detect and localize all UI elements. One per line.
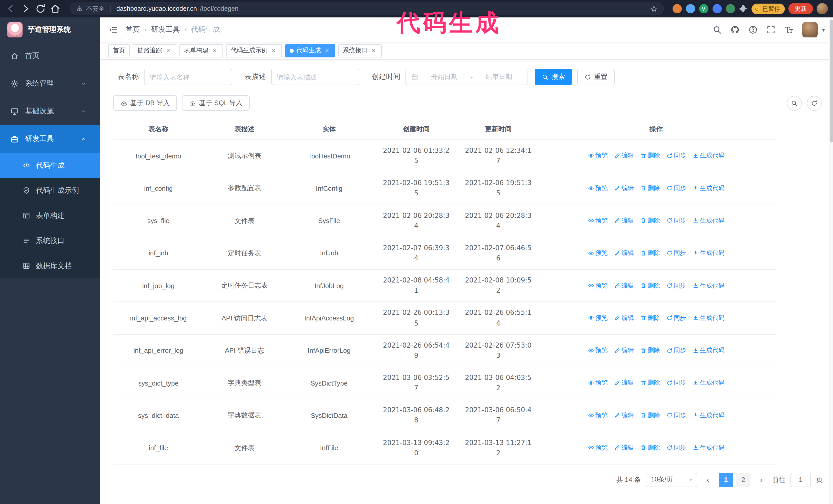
sync-link[interactable]: 同步 [666, 379, 686, 387]
delete-link[interactable]: 删除 [640, 281, 660, 290]
generate-code-link[interactable]: 生成代码 [692, 151, 724, 160]
sync-link[interactable]: 同步 [666, 314, 686, 322]
preview-link[interactable]: 预览 [588, 443, 608, 452]
paused-badge[interactable]: 已暂停 [751, 3, 785, 14]
edit-link[interactable]: 编辑 [614, 379, 634, 387]
avatar-caret-icon[interactable]: ▾ [822, 27, 825, 32]
delete-link[interactable]: 删除 [640, 151, 660, 160]
extension-icon[interactable] [686, 4, 695, 13]
import-sql-button[interactable]: 基于 SQL 导入 [182, 95, 250, 111]
page-number-2[interactable]: 2 [736, 473, 751, 487]
edit-link[interactable]: 编辑 [614, 411, 634, 419]
tab-1[interactable]: 链路追踪× [133, 44, 176, 57]
preview-link[interactable]: 预览 [588, 249, 608, 257]
sync-link[interactable]: 同步 [666, 151, 686, 160]
sync-link[interactable]: 同步 [666, 346, 686, 355]
delete-link[interactable]: 删除 [640, 411, 660, 419]
page-number-1[interactable]: 1 [719, 473, 733, 487]
extension-icon[interactable] [725, 4, 735, 13]
help-icon[interactable] [748, 25, 758, 34]
page-scrollbar[interactable] [829, 18, 833, 504]
preview-link[interactable]: 预览 [588, 346, 608, 355]
prev-page-button[interactable]: ‹ [702, 473, 714, 487]
edit-link[interactable]: 编辑 [614, 314, 634, 322]
update-button[interactable]: 更新 [788, 3, 813, 14]
goto-page-input[interactable] [790, 473, 811, 487]
delete-link[interactable]: 删除 [640, 314, 660, 322]
delete-link[interactable]: 删除 [640, 184, 660, 193]
sync-link[interactable]: 同步 [666, 249, 686, 257]
bookmark-star-icon[interactable] [650, 5, 658, 13]
page-size-select[interactable]: 10条/页 ▾ [646, 473, 697, 487]
browser-home-button[interactable] [50, 3, 61, 14]
tab-close-icon[interactable]: × [211, 47, 218, 54]
tab-4[interactable]: 代码生成× [285, 44, 335, 57]
tab-3[interactable]: 代码生成示例× [226, 44, 282, 57]
extension-icon[interactable] [672, 4, 682, 13]
generate-code-link[interactable]: 生成代码 [692, 379, 724, 387]
user-avatar[interactable] [802, 22, 818, 38]
date-range-picker[interactable]: 开始日期 - 结束日期 [405, 69, 527, 85]
tab-close-icon[interactable]: × [270, 47, 277, 54]
next-page-button[interactable]: › [756, 473, 767, 487]
table-name-input[interactable] [144, 69, 232, 85]
edit-link[interactable]: 编辑 [614, 216, 634, 225]
scrollbar-thumb[interactable] [830, 20, 833, 143]
generate-code-link[interactable]: 生成代码 [692, 346, 724, 355]
github-icon[interactable] [731, 25, 740, 34]
extensions-puzzle-icon[interactable] [738, 4, 748, 13]
search-icon[interactable] [713, 25, 722, 34]
tab-5[interactable]: 系统接口× [338, 44, 382, 57]
tab-close-icon[interactable]: × [165, 47, 172, 54]
sync-link[interactable]: 同步 [666, 411, 686, 419]
table-desc-input[interactable] [271, 69, 359, 85]
generate-code-link[interactable]: 生成代码 [692, 184, 724, 193]
preview-link[interactable]: 预览 [588, 184, 608, 193]
preview-link[interactable]: 预览 [588, 216, 608, 225]
tab-close-icon[interactable]: × [324, 47, 331, 54]
extension-icon[interactable]: V [699, 4, 708, 13]
edit-link[interactable]: 编辑 [614, 151, 634, 160]
delete-link[interactable]: 删除 [640, 379, 660, 387]
logo[interactable]: 芋道管理系统 [0, 18, 100, 42]
sidebar-fold-icon[interactable] [108, 25, 118, 35]
delete-link[interactable]: 删除 [640, 346, 660, 355]
sidebar-item-0[interactable]: 首页 [0, 42, 100, 70]
generate-code-link[interactable]: 生成代码 [692, 443, 724, 452]
breadcrumb-item[interactable]: 首页 [125, 25, 140, 34]
sidebar-subitem-1[interactable]: 代码生成示例 [0, 178, 100, 203]
sidebar-subitem-2[interactable]: 表单构建 [0, 203, 100, 228]
sidebar-subitem-3[interactable]: 系统接口 [0, 228, 100, 253]
fullscreen-icon[interactable] [766, 25, 776, 34]
generate-code-link[interactable]: 生成代码 [692, 249, 724, 257]
preview-link[interactable]: 预览 [588, 411, 608, 419]
delete-link[interactable]: 删除 [640, 249, 660, 257]
edit-link[interactable]: 编辑 [614, 249, 634, 257]
edit-link[interactable]: 编辑 [614, 346, 634, 355]
sync-link[interactable]: 同步 [666, 443, 686, 452]
sidebar-item-3[interactable]: 研发工具 [0, 125, 100, 153]
toggle-search-button[interactable] [787, 96, 802, 111]
tab-close-icon[interactable]: × [370, 47, 377, 54]
preview-link[interactable]: 预览 [588, 151, 608, 160]
preview-link[interactable]: 预览 [588, 379, 608, 387]
preview-link[interactable]: 预览 [588, 314, 608, 322]
browser-reload-button[interactable] [35, 3, 46, 14]
edit-link[interactable]: 编辑 [614, 281, 634, 290]
generate-code-link[interactable]: 生成代码 [692, 216, 724, 225]
sidebar-item-1[interactable]: 系统管理 [0, 70, 100, 97]
edit-link[interactable]: 编辑 [614, 184, 634, 193]
sidebar-item-2[interactable]: 基础设施 [0, 97, 100, 125]
sidebar-subitem-0[interactable]: 代码生成 [0, 153, 100, 178]
generate-code-link[interactable]: 生成代码 [692, 411, 724, 419]
import-db-button[interactable]: 基于 DB 导入 [113, 95, 177, 111]
browser-profile-avatar[interactable] [816, 3, 828, 14]
sidebar-subitem-4[interactable]: 数据库文档 [0, 253, 100, 279]
refresh-table-button[interactable] [807, 96, 822, 111]
address-bar[interactable]: 不安全 dashboard.yudao.iocoder.cn/tool/code… [70, 2, 664, 16]
browser-forward-button[interactable] [20, 3, 31, 14]
extension-icon[interactable] [712, 4, 721, 13]
tab-2[interactable]: 表单构建× [180, 44, 223, 57]
sync-link[interactable]: 同步 [666, 281, 686, 290]
sync-link[interactable]: 同步 [666, 184, 686, 193]
